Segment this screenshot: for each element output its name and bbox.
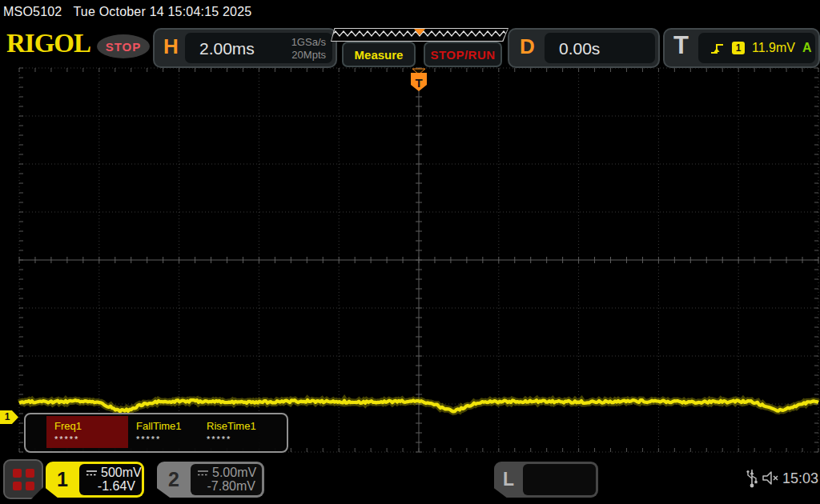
channel1-offset: -1.64V bbox=[98, 479, 135, 494]
menu-button[interactable] bbox=[3, 459, 43, 499]
menu-grid-icon bbox=[13, 469, 34, 490]
channel1-block[interactable]: 1 500mV -1.64V bbox=[46, 462, 144, 498]
trigger-settings-block[interactable]: T 1 11.9mV A bbox=[663, 28, 820, 68]
trigger-label: T bbox=[673, 30, 689, 62]
dc-coupling-icon bbox=[86, 468, 98, 478]
memory-depth: 20Mpts bbox=[291, 49, 326, 62]
acquisition-state-badge: STOP bbox=[97, 34, 150, 58]
trigger-slope-icon bbox=[709, 42, 725, 55]
trigger-readout: 1 11.9mV A bbox=[698, 33, 815, 63]
channel2-readout: 5.00mV -7.80mV bbox=[191, 464, 262, 495]
channel2-block[interactable]: 2 5.00mV -7.80mV bbox=[157, 462, 264, 498]
trigger-source-badge: 1 bbox=[732, 42, 745, 54]
record-preview-strip[interactable] bbox=[331, 28, 508, 42]
status-bar: MSO5102Tue October 14 15:04:15 2025 bbox=[3, 5, 263, 19]
measurement-value: ***** bbox=[136, 434, 161, 444]
oscilloscope-screen: T MSO5102Tue October 14 15:04:15 2025 RI… bbox=[0, 0, 820, 504]
logic-channel-list: 0 1 2 3 4 5 6 7 8 9 10 11 12 13 14 15 bbox=[523, 464, 596, 495]
model-name: MSO5102 bbox=[3, 5, 62, 18]
measurement-cell-falltime1[interactable]: FallTime1 ***** bbox=[128, 416, 199, 448]
dc-coupling-icon bbox=[197, 468, 209, 478]
measurement-label: FallTime1 bbox=[136, 420, 182, 432]
logic-analyzer-block[interactable]: L 0 1 2 3 4 5 6 7 8 9 10 11 12 13 14 15 bbox=[494, 462, 598, 498]
datetime: Tue October 14 15:04:15 2025 bbox=[73, 5, 251, 18]
horizontal-readout: 2.00ms 1GSa/s 20Mpts bbox=[185, 33, 332, 63]
rigol-logo: RIGOL bbox=[6, 29, 90, 58]
delay-readout: 0.00s bbox=[545, 33, 655, 63]
trigger-sweep-mode: A bbox=[802, 41, 812, 55]
sample-rate: 1GSa/s bbox=[291, 36, 326, 49]
horizontal-settings-block[interactable]: H 2.00ms 1GSa/s 20Mpts bbox=[153, 28, 337, 68]
channel1-scale: 500mV bbox=[101, 466, 142, 480]
delay-value: 0.00s bbox=[559, 39, 600, 58]
horizontal-label: H bbox=[163, 30, 179, 63]
measurement-box: Freq1 ***** FallTime1 ***** RiseTime1 **… bbox=[24, 413, 288, 453]
measurement-label: Freq1 bbox=[54, 420, 82, 432]
measurement-label: RiseTime1 bbox=[207, 420, 256, 432]
usb-icon bbox=[745, 467, 759, 490]
measurement-cell-freq1[interactable]: Freq1 ***** bbox=[46, 416, 128, 448]
channel1-readout: 500mV -1.64V bbox=[79, 464, 142, 495]
channel2-scale: 5.00mV bbox=[212, 466, 256, 480]
trigger-position-icon bbox=[414, 29, 425, 35]
channel1-number: 1 bbox=[46, 462, 79, 498]
measurement-value: ***** bbox=[207, 434, 231, 444]
clock: 15:03 bbox=[782, 470, 818, 487]
trigger-level-value: 11.9mV bbox=[752, 41, 795, 55]
stop-run-button[interactable]: STOP/RUN bbox=[424, 42, 502, 67]
channel2-offset: -7.80mV bbox=[207, 479, 255, 494]
delay-settings-block[interactable]: D 0.00s bbox=[508, 28, 660, 68]
measurement-cell-risetime1[interactable]: RiseTime1 ***** bbox=[199, 416, 283, 448]
timebase-value: 2.00ms bbox=[199, 39, 255, 58]
measure-button[interactable]: Measure bbox=[342, 42, 416, 67]
delay-label: D bbox=[520, 30, 535, 63]
trigger-flag-letter: T bbox=[415, 76, 422, 90]
speaker-muted-icon[interactable] bbox=[762, 470, 781, 486]
sample-rate-depth: 1GSa/s 20Mpts bbox=[291, 36, 326, 62]
measurement-value: ***** bbox=[54, 434, 79, 444]
